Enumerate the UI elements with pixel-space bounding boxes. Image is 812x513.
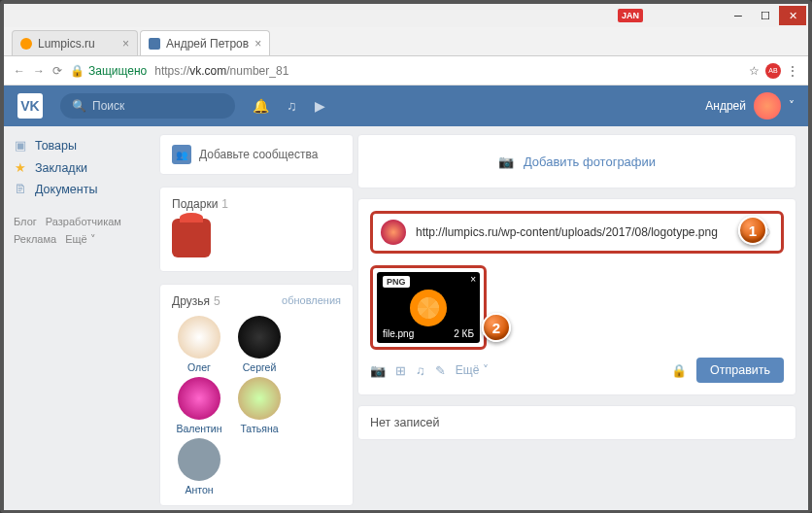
vk-header: VK 🔍 Поиск 🔔 ♫ ▶ Андрей ˅ xyxy=(4,86,808,126)
attachment-thumbnail xyxy=(410,290,447,326)
nav-forward-icon[interactable]: → xyxy=(33,64,45,78)
callout-1: 1 xyxy=(738,216,767,245)
post-composer: ☺ PNG × file.png 2 КБ 📷 ⊞ xyxy=(357,198,796,395)
attach-music-icon[interactable]: ♫ xyxy=(416,363,425,378)
updates-link[interactable]: обновления xyxy=(282,294,341,306)
gifts-card[interactable]: Подарки1 xyxy=(159,187,354,272)
gift-icon xyxy=(172,219,211,257)
browser-tab-strip: Lumpics.ru × Андрей Петров × xyxy=(4,27,808,56)
footer-link[interactable]: Разработчикам xyxy=(46,216,121,227)
add-communities-card[interactable]: 👥 Добавьте сообщества xyxy=(159,134,354,175)
goods-icon: ▣ xyxy=(14,138,27,153)
favicon-icon xyxy=(20,38,32,50)
friend-item[interactable]: Валентин xyxy=(172,377,226,434)
video-icon[interactable]: ▶ xyxy=(315,98,325,114)
nav-reload-icon[interactable]: ⟳ xyxy=(52,64,62,78)
window-maximize-button[interactable]: ☐ xyxy=(752,6,779,25)
friend-item[interactable]: Татьяна xyxy=(232,377,287,434)
footer-link[interactable]: Реклама xyxy=(14,233,56,245)
sidebar: ▣Товары ★Закладки 🖹Документы Блог Разраб… xyxy=(4,126,159,510)
extension-badge: JAN xyxy=(618,9,643,22)
tab-close-icon[interactable]: × xyxy=(122,37,129,51)
avatar xyxy=(178,377,220,420)
post-input-highlight: ☺ xyxy=(370,211,784,254)
attach-more-link[interactable]: Ещё ˅ xyxy=(456,363,489,377)
remove-attachment-icon[interactable]: × xyxy=(470,274,476,285)
tab-close-icon[interactable]: × xyxy=(254,37,261,51)
attachment-size: 2 КБ xyxy=(454,328,474,339)
vk-user-menu[interactable]: Андрей ˅ xyxy=(705,92,795,120)
favicon-icon xyxy=(149,38,160,50)
callout-2: 2 xyxy=(482,313,511,342)
search-icon: 🔍 xyxy=(72,99,86,113)
avatar xyxy=(238,316,281,359)
footer-link[interactable]: Блог xyxy=(14,216,37,227)
bell-icon[interactable]: 🔔 xyxy=(253,98,269,114)
avatar xyxy=(178,316,220,359)
address-bar: ← → ⟳ 🔒 Защищено https://vk.com/number_8… xyxy=(4,56,808,86)
star-icon[interactable]: ☆ xyxy=(749,64,760,78)
empty-feed-card: Нет записей xyxy=(357,405,796,440)
avatar xyxy=(754,92,781,120)
tab-title: Lumpics.ru xyxy=(38,37,95,51)
window-minimize-button[interactable]: ─ xyxy=(725,6,752,25)
user-name: Андрей xyxy=(705,99,746,113)
secure-indicator: 🔒 Защищено xyxy=(70,64,147,78)
avatar xyxy=(178,438,220,481)
attachment-filename: file.png xyxy=(383,328,414,339)
window-close-button[interactable]: ✕ xyxy=(779,6,806,25)
attach-note-icon[interactable]: ✎ xyxy=(435,363,446,378)
friend-item[interactable]: Антон xyxy=(172,438,226,496)
add-photos-card[interactable]: 📷 Добавить фотографии xyxy=(357,134,796,188)
attachment-highlight: PNG × file.png 2 КБ xyxy=(370,265,487,350)
sidebar-item-documents[interactable]: 🖹Документы xyxy=(14,179,150,200)
attach-photo-icon[interactable]: 📷 xyxy=(370,363,386,378)
lock-icon: 🔒 xyxy=(70,64,85,78)
search-placeholder: Поиск xyxy=(92,99,124,113)
friend-item[interactable]: Сергей xyxy=(232,316,287,373)
nav-back-icon[interactable]: ← xyxy=(14,64,25,78)
footer-link[interactable]: Ещё ˅ xyxy=(65,233,96,245)
attach-video-icon[interactable]: ⊞ xyxy=(395,363,406,378)
vk-logo[interactable]: VK xyxy=(17,93,43,119)
avatar xyxy=(238,377,281,420)
adblock-icon[interactable]: AB xyxy=(765,63,781,79)
music-icon[interactable]: ♫ xyxy=(287,98,297,114)
attachment-preview[interactable]: PNG × file.png 2 КБ xyxy=(377,272,480,343)
filetype-badge: PNG xyxy=(383,276,410,288)
browser-tab-vk[interactable]: Андрей Петров × xyxy=(140,30,270,55)
window-titlebar: JAN ─ ☐ ✕ xyxy=(4,4,808,27)
vk-search[interactable]: 🔍 Поиск xyxy=(60,93,235,119)
send-button[interactable]: Отправить xyxy=(696,358,784,383)
privacy-icon[interactable]: 🔒 xyxy=(671,363,687,378)
camera-icon: 📷 xyxy=(498,154,514,169)
post-url-input[interactable] xyxy=(414,223,750,241)
sidebar-item-bookmarks[interactable]: ★Закладки xyxy=(14,156,150,179)
sidebar-footer: Блог Разработчикам Реклама Ещё ˅ xyxy=(14,214,150,248)
sidebar-item-goods[interactable]: ▣Товары xyxy=(14,134,150,156)
browser-tab-lumpics[interactable]: Lumpics.ru × xyxy=(12,30,138,55)
chevron-down-icon: ˅ xyxy=(789,99,795,113)
friend-item[interactable]: Олег xyxy=(172,316,226,373)
friends-card: Друзья5обновления Олег Сергей Валентин Т… xyxy=(159,284,354,506)
url-display[interactable]: https://vk.com/number_81 xyxy=(154,64,288,78)
avatar xyxy=(381,220,406,245)
people-icon: 👥 xyxy=(172,145,191,164)
tab-title: Андрей Петров xyxy=(166,37,249,51)
menu-icon[interactable]: ⋮ xyxy=(787,64,798,78)
star-icon: ★ xyxy=(14,160,27,175)
document-icon: 🖹 xyxy=(14,183,27,196)
